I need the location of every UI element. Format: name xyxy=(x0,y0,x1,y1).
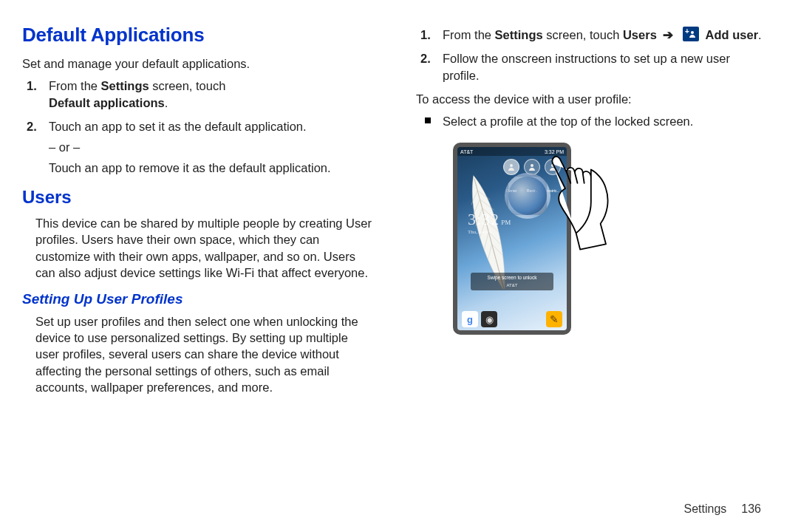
heading-setting-up-user-profiles: Setting Up User Profiles xyxy=(22,290,375,309)
default-apps-steps: 1. From the Settings screen, touch Defau… xyxy=(22,78,375,176)
dock: g ◉ ✎ xyxy=(460,296,564,327)
setup-step-1: 1. From the Settings screen, touch Users… xyxy=(443,27,768,43)
svg-point-1 xyxy=(510,164,513,167)
default-apps-step-2: 2. Touch an app to set it as the default… xyxy=(49,118,375,177)
step-text: From the Settings screen, touch Default … xyxy=(49,79,225,109)
dock-memo-icon[interactable]: ✎ xyxy=(546,311,562,327)
access-intro: To access the device with a user profile… xyxy=(416,91,768,107)
arrow-icon: ➔ xyxy=(660,27,676,43)
clock-time: 3:32 xyxy=(468,210,499,228)
hand-pointer-illustration xyxy=(533,143,614,257)
svg-point-0 xyxy=(691,31,694,34)
person-icon xyxy=(507,163,516,171)
default-apps-step-1: 1. From the Settings screen, touch Defau… xyxy=(49,78,375,111)
step-number: 2. xyxy=(420,50,431,66)
dock-google-icon[interactable]: g xyxy=(462,311,478,327)
person-icon xyxy=(688,30,697,38)
setup-step-2: 2. Follow the onscreen instructions to s… xyxy=(443,50,768,83)
add-user-icon xyxy=(683,27,699,41)
users-body: This device can be shared by multiple pe… xyxy=(22,215,375,281)
or-divider: – or – xyxy=(49,139,375,155)
setup-steps: 1. From the Settings screen, touch Users… xyxy=(416,27,768,83)
access-bullets: Select a profile at the top of the locke… xyxy=(416,113,768,129)
dock-camera-icon[interactable]: ◉ xyxy=(481,311,497,327)
status-carrier: AT&T xyxy=(460,149,473,155)
lockscreen-figure: AT&T 3:32 PM Owner Restr.. xyxy=(453,143,608,364)
page-footer: Settings136 xyxy=(683,502,761,516)
setup-body: Set up user profiles and then select one… xyxy=(22,313,375,395)
step-number: 1. xyxy=(27,78,37,94)
lockscreen-clock: 3:32PM Thu, June 5 xyxy=(468,208,511,236)
step-text: From the Settings screen, touch Users ➔ … xyxy=(443,28,762,41)
default-apps-intro: Set and manage your default applications… xyxy=(22,55,375,72)
footer-page-number: 136 xyxy=(741,502,761,515)
manual-page: Default Applications Set and manage your… xyxy=(0,0,798,532)
step-text: Follow the onscreen instructions to set … xyxy=(443,52,730,81)
step-number: 1. xyxy=(420,27,431,43)
unlock-hint: Swipe screen to unlock AT&T xyxy=(471,273,553,290)
access-bullet-1: Select a profile at the top of the locke… xyxy=(443,113,768,129)
step-text: Touch an app to set it as the default ap… xyxy=(49,120,375,175)
profile-owner[interactable] xyxy=(503,159,519,175)
step-number: 2. xyxy=(27,118,37,134)
footer-section: Settings xyxy=(683,502,726,515)
left-column: Default Applications Set and manage your… xyxy=(22,22,381,517)
heading-default-applications: Default Applications xyxy=(22,22,375,48)
heading-users: Users xyxy=(22,185,375,209)
right-column: 1. From the Settings screen, touch Users… xyxy=(410,22,768,517)
clock-ampm: PM xyxy=(501,219,511,226)
